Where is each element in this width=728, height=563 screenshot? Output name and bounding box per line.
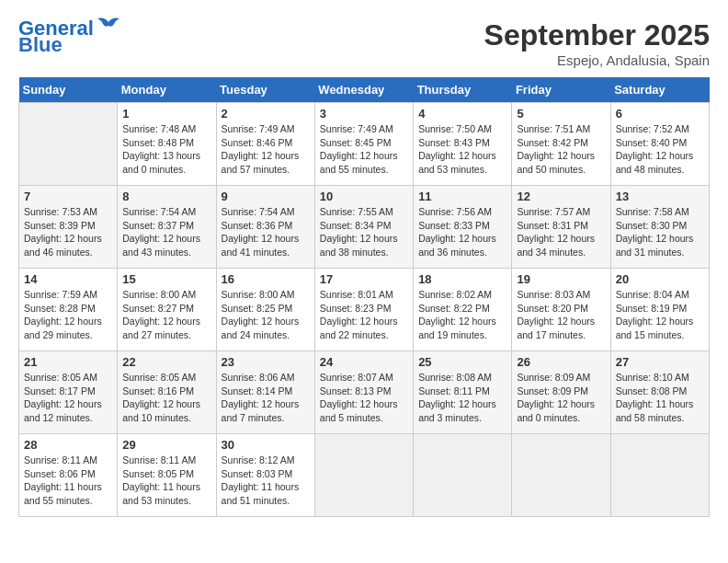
cell-details: Sunrise: 8:11 AMSunset: 8:05 PMDaylight:… [122,454,200,506]
calendar-cell [610,434,709,517]
cell-details: Sunrise: 7:51 AMSunset: 8:42 PMDaylight:… [517,123,595,175]
calendar-week-row: 28Sunrise: 8:11 AMSunset: 8:06 PMDayligh… [19,434,710,517]
calendar-cell: 20Sunrise: 8:04 AMSunset: 8:19 PMDayligh… [610,269,709,351]
cell-details: Sunrise: 8:06 AMSunset: 8:14 PMDaylight:… [222,372,300,423]
calendar-cell: 7Sunrise: 7:53 AMSunset: 8:39 PMDaylight… [19,186,118,269]
day-number: 14 [24,272,112,286]
day-number: 17 [320,272,408,286]
weekday-header: Saturday [610,77,709,103]
cell-details: Sunrise: 7:48 AMSunset: 8:48 PMDaylight:… [122,123,200,175]
calendar-cell: 4Sunrise: 7:50 AMSunset: 8:43 PMDaylight… [414,103,512,186]
cell-details: Sunrise: 8:00 AMSunset: 8:25 PMDaylight:… [222,289,300,340]
month-title: September 2025 [484,18,710,52]
calendar-cell: 22Sunrise: 8:05 AMSunset: 8:16 PMDayligh… [118,351,216,434]
day-number: 1 [122,107,210,121]
cell-details: Sunrise: 8:03 AMSunset: 8:20 PMDaylight:… [517,289,595,340]
weekday-header: Sunday [19,77,118,103]
calendar-table: SundayMondayTuesdayWednesdayThursdayFrid… [18,77,710,517]
day-number: 9 [222,190,310,203]
day-number: 4 [418,107,506,121]
cell-details: Sunrise: 7:58 AMSunset: 8:30 PMDaylight:… [616,206,694,258]
cell-details: Sunrise: 8:04 AMSunset: 8:19 PMDaylight:… [616,289,694,340]
calendar-week-row: 14Sunrise: 7:59 AMSunset: 8:28 PMDayligh… [19,269,710,351]
cell-details: Sunrise: 7:50 AMSunset: 8:43 PMDaylight:… [418,123,496,175]
cell-details: Sunrise: 7:57 AMSunset: 8:31 PMDaylight:… [517,206,595,258]
cell-details: Sunrise: 8:10 AMSunset: 8:08 PMDaylight:… [616,372,694,423]
cell-details: Sunrise: 7:53 AMSunset: 8:39 PMDaylight:… [24,206,102,258]
logo-blue: Blue [18,35,63,55]
cell-details: Sunrise: 8:08 AMSunset: 8:11 PMDaylight:… [418,372,496,423]
cell-details: Sunrise: 7:54 AMSunset: 8:37 PMDaylight:… [122,206,200,258]
day-number: 13 [616,190,704,203]
calendar-cell [314,434,413,517]
day-number: 10 [320,190,408,203]
day-number: 28 [24,438,112,452]
cell-details: Sunrise: 8:01 AMSunset: 8:23 PMDaylight:… [320,289,398,340]
calendar-cell [512,434,610,517]
calendar-cell: 23Sunrise: 8:06 AMSunset: 8:14 PMDayligh… [216,351,314,434]
day-number: 19 [517,272,605,286]
cell-details: Sunrise: 8:05 AMSunset: 8:17 PMDaylight:… [24,372,102,423]
cell-details: Sunrise: 7:52 AMSunset: 8:40 PMDaylight:… [616,123,694,175]
cell-details: Sunrise: 7:56 AMSunset: 8:33 PMDaylight:… [418,206,496,258]
weekday-header-row: SundayMondayTuesdayWednesdayThursdayFrid… [19,77,710,103]
calendar-cell: 1Sunrise: 7:48 AMSunset: 8:48 PMDaylight… [118,103,216,186]
day-number: 25 [418,355,506,369]
cell-details: Sunrise: 8:07 AMSunset: 8:13 PMDaylight:… [320,372,398,423]
weekday-header: Tuesday [216,77,314,103]
day-number: 18 [418,272,506,286]
cell-details: Sunrise: 7:54 AMSunset: 8:36 PMDaylight:… [222,206,300,258]
cell-details: Sunrise: 7:55 AMSunset: 8:34 PMDaylight:… [320,206,398,258]
cell-details: Sunrise: 7:59 AMSunset: 8:28 PMDaylight:… [24,289,102,340]
cell-details: Sunrise: 8:12 AMSunset: 8:03 PMDaylight:… [222,454,300,506]
weekday-header: Wednesday [314,77,413,103]
cell-details: Sunrise: 8:05 AMSunset: 8:16 PMDaylight:… [122,372,200,423]
cell-details: Sunrise: 8:00 AMSunset: 8:27 PMDaylight:… [122,289,200,340]
calendar-cell: 8Sunrise: 7:54 AMSunset: 8:37 PMDaylight… [118,186,216,269]
cell-details: Sunrise: 7:49 AMSunset: 8:46 PMDaylight:… [222,123,300,175]
page-header: General Blue September 2025 Espejo, Anda… [18,18,710,68]
calendar-cell: 19Sunrise: 8:03 AMSunset: 8:20 PMDayligh… [512,269,610,351]
cell-details: Sunrise: 8:11 AMSunset: 8:06 PMDaylight:… [24,454,102,506]
logo: General Blue [18,18,121,55]
logo-bird-icon [96,15,121,35]
day-number: 21 [24,355,112,369]
day-number: 2 [222,107,310,121]
calendar-cell: 26Sunrise: 8:09 AMSunset: 8:09 PMDayligh… [512,351,610,434]
calendar-cell [414,434,512,517]
calendar-week-row: 1Sunrise: 7:48 AMSunset: 8:48 PMDaylight… [19,103,710,186]
day-number: 22 [122,355,210,369]
calendar-cell: 5Sunrise: 7:51 AMSunset: 8:42 PMDaylight… [512,103,610,186]
calendar-cell: 11Sunrise: 7:56 AMSunset: 8:33 PMDayligh… [414,186,512,269]
day-number: 11 [418,190,506,203]
calendar-cell: 17Sunrise: 8:01 AMSunset: 8:23 PMDayligh… [314,269,413,351]
calendar-cell: 15Sunrise: 8:00 AMSunset: 8:27 PMDayligh… [118,269,216,351]
calendar-cell: 13Sunrise: 7:58 AMSunset: 8:30 PMDayligh… [610,186,709,269]
weekday-header: Thursday [414,77,512,103]
calendar-cell: 16Sunrise: 8:00 AMSunset: 8:25 PMDayligh… [216,269,314,351]
day-number: 20 [616,272,704,286]
calendar-cell: 28Sunrise: 8:11 AMSunset: 8:06 PMDayligh… [19,434,118,517]
calendar-week-row: 21Sunrise: 8:05 AMSunset: 8:17 PMDayligh… [19,351,710,434]
cell-details: Sunrise: 7:49 AMSunset: 8:45 PMDaylight:… [320,123,398,175]
day-number: 7 [24,190,112,203]
calendar-cell: 3Sunrise: 7:49 AMSunset: 8:45 PMDaylight… [314,103,413,186]
calendar-cell: 9Sunrise: 7:54 AMSunset: 8:36 PMDaylight… [216,186,314,269]
calendar-cell: 18Sunrise: 8:02 AMSunset: 8:22 PMDayligh… [414,269,512,351]
day-number: 16 [222,272,310,286]
cell-details: Sunrise: 8:02 AMSunset: 8:22 PMDaylight:… [418,289,496,340]
calendar-cell: 10Sunrise: 7:55 AMSunset: 8:34 PMDayligh… [314,186,413,269]
day-number: 23 [222,355,310,369]
calendar-cell: 21Sunrise: 8:05 AMSunset: 8:17 PMDayligh… [19,351,118,434]
cell-details: Sunrise: 8:09 AMSunset: 8:09 PMDaylight:… [517,372,595,423]
title-block: September 2025 Espejo, Andalusia, Spain [484,18,710,68]
calendar-cell: 30Sunrise: 8:12 AMSunset: 8:03 PMDayligh… [216,434,314,517]
day-number: 15 [122,272,210,286]
calendar-cell: 2Sunrise: 7:49 AMSunset: 8:46 PMDaylight… [216,103,314,186]
weekday-header: Monday [118,77,216,103]
location: Espejo, Andalusia, Spain [484,52,710,68]
day-number: 5 [517,107,605,121]
weekday-header: Friday [512,77,610,103]
calendar-cell: 12Sunrise: 7:57 AMSunset: 8:31 PMDayligh… [512,186,610,269]
day-number: 24 [320,355,408,369]
